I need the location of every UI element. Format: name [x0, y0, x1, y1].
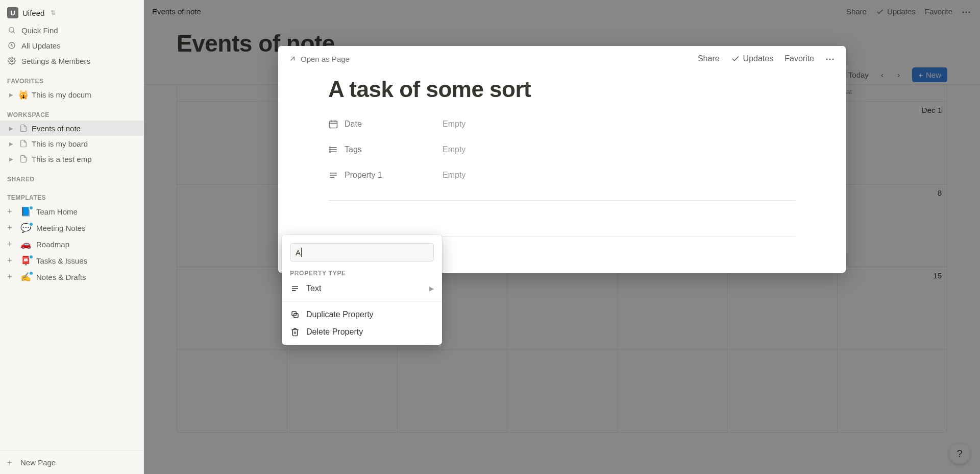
plus-icon: + [7, 273, 15, 281]
svg-point-13 [329, 151, 330, 152]
template-label: Team Home [36, 207, 78, 216]
workspace-name: Uifeed [22, 9, 44, 17]
popover-section-label: PROPERTY TYPE [282, 268, 442, 280]
property-value[interactable]: Empty [443, 171, 465, 180]
modal-favorite-button[interactable]: Favorite [785, 54, 814, 63]
search-icon [7, 26, 16, 35]
property-row-property1[interactable]: Property 1 Empty [328, 162, 796, 188]
plus-icon: + [7, 207, 15, 216]
chevron-right-icon: ▶ [429, 285, 434, 292]
document-icon [18, 124, 29, 132]
svg-line-1 [13, 32, 15, 33]
template-emoji: 📘 [20, 206, 31, 217]
modal-title[interactable]: A task of some sort [328, 77, 796, 102]
chevron-updown-icon: ⇅ [51, 9, 56, 16]
sidebar-page-my-board[interactable]: ▶ This is my board [0, 136, 143, 151]
property-name: Property 1 [345, 171, 382, 180]
open-as-page-button[interactable]: Open as Page [288, 55, 350, 63]
quick-find-button[interactable]: Quick Find [0, 22, 143, 38]
modal-updates-button[interactable]: Updates [731, 54, 774, 63]
svg-rect-4 [330, 121, 337, 128]
svg-point-0 [9, 28, 14, 32]
sidebar-page-test-emp[interactable]: ▶ This is a test emp [0, 151, 143, 167]
shared-section-label: SHARED [0, 167, 143, 185]
page-label: This is my docum [32, 90, 91, 99]
template-notes-drafts[interactable]: + ✍️ Notes & Drafts [0, 269, 143, 285]
text-icon [328, 170, 338, 180]
label: All Updates [21, 41, 61, 50]
property-popover: A PROPERTY TYPE Text ▶ Duplicate Propert… [282, 235, 442, 345]
property-value[interactable]: Empty [443, 145, 465, 154]
chevron-right-icon[interactable]: ▶ [7, 92, 15, 98]
template-label: Tasks & Issues [36, 256, 87, 265]
chevron-right-icon[interactable]: ▶ [7, 141, 15, 147]
modal-more-icon[interactable]: ⋯ [825, 53, 836, 64]
plus-icon: + [7, 256, 15, 265]
plus-icon: + [7, 240, 15, 248]
template-label: Notes & Drafts [36, 273, 86, 281]
trash-icon [290, 327, 300, 337]
svg-point-3 [11, 60, 13, 62]
template-label: Roadmap [36, 240, 69, 249]
templates-section-label: TEMPLATES [0, 185, 143, 203]
sidebar-page-events-of-note[interactable]: ▶ Events of note [0, 121, 143, 136]
template-emoji: 📮 [20, 255, 31, 266]
property-value[interactable]: Empty [443, 120, 465, 129]
property-row-tags[interactable]: Tags Empty [328, 137, 796, 162]
tags-icon [328, 145, 338, 155]
page-label: Events of note [32, 124, 81, 133]
check-icon [731, 54, 740, 63]
label: Settings & Members [21, 57, 90, 65]
plus-icon: + [7, 224, 15, 232]
template-emoji: ✍️ [20, 272, 31, 282]
template-meeting-notes[interactable]: + 💬 Meeting Notes [0, 220, 143, 236]
label: Duplicate Property [306, 310, 434, 319]
input-value: A [296, 248, 301, 257]
modal-share-button[interactable]: Share [698, 54, 720, 63]
property-name: Tags [345, 145, 362, 154]
property-name-input[interactable]: A [290, 243, 434, 262]
gear-icon [7, 56, 16, 65]
chevron-right-icon[interactable]: ▶ [7, 126, 15, 131]
page-label: This is my board [32, 139, 88, 148]
workspace-avatar: U [7, 7, 18, 18]
new-page-button[interactable]: + New Page [0, 454, 143, 471]
template-emoji: 🚗 [20, 239, 31, 250]
property-row-date[interactable]: Date Empty [328, 111, 796, 137]
property-name: Date [345, 120, 362, 129]
duplicate-property-button[interactable]: Duplicate Property [282, 306, 442, 323]
favorites-section-label: FAVORITES [0, 68, 143, 87]
sidebar-fav-0[interactable]: ▶ 🙀 This is my docum [0, 87, 143, 102]
workspace-switcher[interactable]: U Uifeed ⇅ [0, 0, 143, 22]
svg-point-12 [329, 149, 330, 150]
date-icon [328, 119, 338, 129]
all-updates-button[interactable]: All Updates [0, 38, 143, 53]
page-label: This is a test emp [32, 155, 92, 163]
clock-icon [7, 41, 16, 50]
document-icon [18, 155, 29, 163]
chevron-right-icon[interactable]: ▶ [7, 156, 15, 162]
divider [328, 200, 796, 201]
sidebar: U Uifeed ⇅ Quick Find All Updates Settin… [0, 0, 144, 474]
property-type-text[interactable]: Text ▶ [282, 280, 442, 297]
label: Quick Find [21, 26, 58, 35]
template-tasks-issues[interactable]: + 📮 Tasks & Issues [0, 252, 143, 269]
template-roadmap[interactable]: + 🚗 Roadmap [0, 236, 143, 252]
svg-point-11 [329, 147, 330, 148]
settings-button[interactable]: Settings & Members [0, 53, 143, 68]
text-caret [301, 248, 302, 257]
template-team-home[interactable]: + 📘 Team Home [0, 203, 143, 220]
duplicate-icon [290, 310, 300, 319]
expand-icon [288, 55, 297, 63]
delete-property-button[interactable]: Delete Property [282, 323, 442, 341]
template-emoji: 💬 [20, 223, 31, 233]
label: Delete Property [306, 327, 434, 337]
document-icon [18, 139, 29, 148]
text-icon [290, 284, 300, 293]
page-emoji: 🙀 [18, 90, 29, 100]
main: Events of note Share Updates Favorite ⋯ … [144, 0, 980, 474]
label: Text [306, 284, 423, 293]
label: New Page [20, 458, 56, 467]
template-label: Meeting Notes [36, 224, 86, 232]
workspace-section-label: WORKSPACE [0, 102, 143, 121]
